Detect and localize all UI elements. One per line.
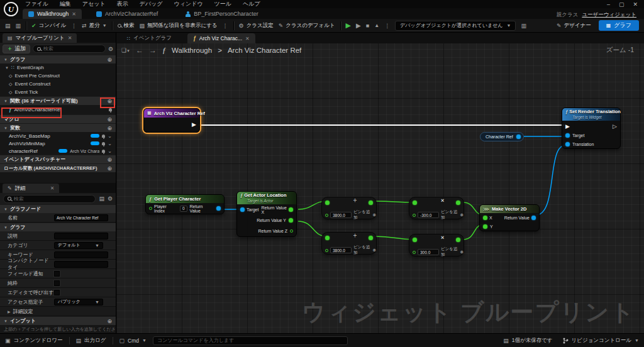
output-pin[interactable] xyxy=(369,236,373,240)
output-pin[interactable] xyxy=(369,201,373,205)
menu-item-edit[interactable]: 編集 xyxy=(60,0,71,8)
tab-bp-firstpersoncharacter[interactable]: BP_FirstPersonCharacter xyxy=(180,9,264,19)
designer-button[interactable]: ✎デザイナー xyxy=(557,22,591,30)
compile-options-icon[interactable]: ⋮ xyxy=(71,23,77,29)
tab-archvizcharacterref[interactable]: ArchVizCharacterRef xyxy=(91,9,164,19)
hide-unrelated-options-icon[interactable]: ⋮ xyxy=(223,23,228,29)
frame-skip-icon[interactable]: ▶ xyxy=(356,22,361,29)
settings-gear-icon[interactable]: ⚙ xyxy=(108,196,113,202)
tab-my-blueprint[interactable]: ▤ マイブループリント ✕ xyxy=(3,33,77,43)
menu-item-file[interactable]: ファイル xyxy=(25,0,48,8)
divisor-value[interactable]: 3800.0 xyxy=(330,247,352,253)
return-value-x-pin[interactable] xyxy=(289,207,293,212)
menu-item-help[interactable]: ヘルプ xyxy=(243,0,260,8)
class-defaults-button[interactable]: ✎クラスのデフォルト xyxy=(279,22,335,30)
node-divide-y[interactable]: ÷ 3800.0ピンを追加⊕ xyxy=(321,232,377,255)
access-specifier-dropdown[interactable]: パブリック▼ xyxy=(54,299,103,306)
section-graph[interactable]: ▼グラフ xyxy=(0,223,116,231)
node-get-actor-location[interactable]: ƒ Get Actor LocationTarget is Actor Targ… xyxy=(236,191,297,237)
output-pin[interactable] xyxy=(456,238,460,242)
console-command-input[interactable] xyxy=(157,338,343,343)
menu-item-asset[interactable]: アセット xyxy=(82,0,106,8)
tab-function-graph[interactable]: ƒArch Viz Charac...✕ xyxy=(187,33,255,43)
x-pin[interactable] xyxy=(483,216,487,220)
content-drawer-button[interactable]: ▣コンテンツドロワー xyxy=(5,337,63,344)
input-a-pin[interactable] xyxy=(413,201,417,205)
node-divide-x[interactable]: ÷ 3800.0ピンを追加⊕ xyxy=(321,197,377,219)
exec-out-pin[interactable]: ▶ xyxy=(192,122,196,128)
add-button[interactable]: ＋追加 xyxy=(3,45,30,53)
input-b-pin[interactable] xyxy=(325,214,328,217)
tab-close-icon[interactable]: ✕ xyxy=(245,36,250,41)
add-variable-icon[interactable]: ⊕ xyxy=(107,125,112,131)
bookmark-icon[interactable]: ❏▼ xyxy=(121,47,130,53)
divisor-value[interactable]: 3800.0 xyxy=(330,212,352,218)
return-value-z-pin[interactable] xyxy=(290,229,293,233)
input-b-pin[interactable] xyxy=(413,251,416,254)
menu-item-debug[interactable]: デバッグ xyxy=(140,0,163,8)
add-pin-button[interactable]: ピンを追加⊕ xyxy=(353,209,376,221)
pure-checkbox[interactable] xyxy=(54,280,60,286)
close-button[interactable]: ✕ xyxy=(633,1,638,8)
variable-row-archvizminimap[interactable]: ArchVizMiniMap⌄ xyxy=(0,140,116,147)
hide-unrelated-button[interactable]: ▧無関係な項目を非表示にする xyxy=(140,22,218,30)
exec-in-pin[interactable]: ▶ xyxy=(565,124,570,129)
details-search-input[interactable] xyxy=(14,196,92,202)
minimize-button[interactable]: – xyxy=(607,1,610,8)
menu-item-view[interactable]: 表示 xyxy=(117,0,128,8)
tree-item-event-construct[interactable]: ◇Event Construct xyxy=(0,80,116,88)
add-input-icon[interactable]: ⊕ xyxy=(107,318,112,324)
return-value-y-pin[interactable] xyxy=(289,218,293,223)
add-graph-icon[interactable]: ⊕ xyxy=(107,57,112,63)
tree-item-eventgraph[interactable]: ▼∷EventGraph xyxy=(0,63,116,72)
keywords-field[interactable] xyxy=(54,251,108,258)
my-blueprint-search[interactable] xyxy=(33,45,106,53)
node-make-vector-2d[interactable]: ⋙Make Vector 2D X Return Value Y xyxy=(479,204,540,231)
parent-class-link[interactable]: ユーザーウィジェット xyxy=(582,11,636,19)
my-blueprint-search-input[interactable] xyxy=(43,46,101,52)
play-button[interactable]: ▶ xyxy=(346,21,351,30)
compile-button[interactable]: ✔コンパイル xyxy=(31,22,66,30)
exec-out-pin[interactable]: ▷ xyxy=(613,124,617,129)
add-macro-icon[interactable]: ⊕ xyxy=(107,116,112,123)
node-get-player-character[interactable]: ƒGet Player Character Player Index0 Retu… xyxy=(145,194,225,214)
call-in-editor-checkbox[interactable] xyxy=(54,290,60,295)
menu-item-tools[interactable]: ツール xyxy=(214,0,231,8)
section-graph-node[interactable]: ▼グラフノード xyxy=(0,204,116,213)
variable-row-characterref[interactable]: characterRefArch Viz Chara⌄ xyxy=(0,147,116,155)
back-arrow-icon[interactable]: ← xyxy=(136,46,143,55)
section-graphs[interactable]: ▼グラフ⊕ xyxy=(0,55,116,63)
section-local-variables[interactable]: ローカル変数 (ARCHVIZCHARACTERREF)⊕ xyxy=(0,163,116,172)
node-multiply-x[interactable]: × -300.0ピンを追加⊕ xyxy=(409,197,464,219)
diff-button[interactable]: ⇄差分▼ xyxy=(82,22,106,30)
forward-arrow-icon[interactable]: → xyxy=(149,46,157,55)
player-index-value[interactable]: 0 xyxy=(180,206,187,212)
tab-details[interactable]: ✎ 詳細 ✕ xyxy=(3,184,59,193)
browse-asset-icon[interactable]: ▥ xyxy=(16,23,21,29)
variable-row-archviz-basemap[interactable]: ArchViz_BaseMap⌄ xyxy=(0,132,116,140)
breadcrumb-current[interactable]: Arch Viz Character Ref xyxy=(228,47,301,54)
find-button[interactable]: 検索 xyxy=(118,22,135,30)
eye-closed-icon[interactable]: ⌄ xyxy=(108,148,112,154)
tree-item-event-pre-construct[interactable]: ◇Event Pre Construct xyxy=(0,72,116,80)
target-pin[interactable] xyxy=(240,207,245,212)
eject-icon[interactable]: ▲ xyxy=(374,23,379,28)
tab-event-graph[interactable]: ∷イベントグラフ xyxy=(121,33,177,43)
output-pin[interactable] xyxy=(456,201,460,205)
filter-gear-icon[interactable]: ⚙ xyxy=(108,46,113,52)
input-a-pin[interactable] xyxy=(413,238,417,242)
node-multiply-y[interactable]: × 300.0ピンを追加⊕ xyxy=(409,234,464,256)
console-command-box[interactable] xyxy=(153,336,348,345)
name-field[interactable] xyxy=(54,214,108,221)
menu-item-window[interactable]: ウィンドウ xyxy=(174,0,203,8)
tab-close-icon[interactable]: ✕ xyxy=(68,35,72,41)
tab-close-icon[interactable]: ✕ xyxy=(50,185,55,191)
return-value-pin[interactable] xyxy=(531,216,536,220)
compact-title-field[interactable] xyxy=(54,261,108,268)
translation-pin[interactable] xyxy=(565,142,570,146)
class-settings-button[interactable]: ⚙クラス設定 xyxy=(239,22,274,30)
y-pin[interactable] xyxy=(483,224,487,229)
save-icon[interactable]: ▤ xyxy=(5,23,11,29)
stop-icon[interactable]: ■ xyxy=(366,23,369,29)
node-character-ref-getter[interactable]: Character Ref xyxy=(480,132,524,141)
